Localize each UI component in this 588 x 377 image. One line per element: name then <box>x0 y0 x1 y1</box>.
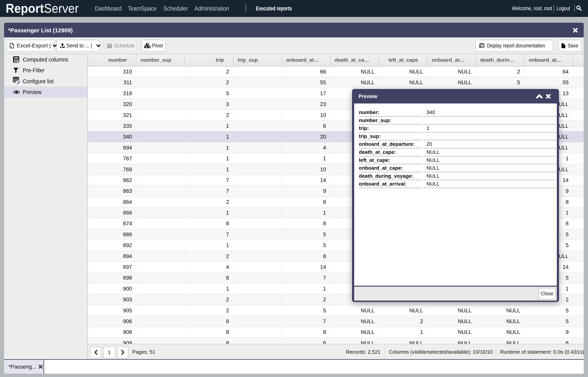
svg-text:x: x <box>10 45 12 48</box>
